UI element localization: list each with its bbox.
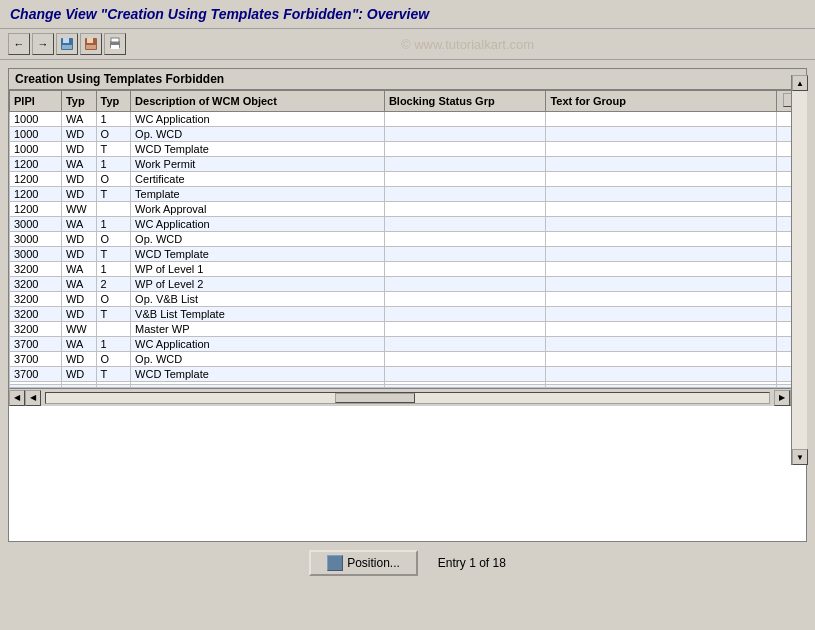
table-scroll-area[interactable]: PlPl Typ Typ Description of WCM Object B…: [9, 90, 806, 388]
toolbar: ← → © www.tutorialkart.com: [0, 29, 815, 60]
col-header-typ1: Typ: [61, 91, 96, 112]
table-row[interactable]: 1200WWWork Approval: [10, 202, 806, 217]
table-row[interactable]: 1000WDTWCD Template: [10, 142, 806, 157]
table-row[interactable]: 1200WDOCertificate: [10, 172, 806, 187]
table-row[interactable]: 1000WDOOp. WCD: [10, 127, 806, 142]
svg-rect-5: [86, 45, 96, 49]
back-button[interactable]: ←: [8, 33, 30, 55]
table-row[interactable]: 3200WA1WP of Level 1: [10, 262, 806, 277]
vertical-scrollbar[interactable]: ▲ ▼: [791, 75, 807, 465]
scroll-down-arrow[interactable]: ▼: [792, 449, 807, 465]
position-button[interactable]: Position...: [309, 550, 418, 576]
scroll-right-small-left[interactable]: ◀: [25, 390, 41, 406]
print-button[interactable]: [104, 33, 126, 55]
svg-rect-2: [62, 45, 72, 49]
svg-rect-4: [87, 38, 93, 43]
table-row[interactable]: 3200WDTV&B List Template: [10, 307, 806, 322]
svg-rect-1: [63, 38, 69, 43]
panel-title: Creation Using Templates Forbidden: [9, 69, 806, 90]
h-scroll-thumb[interactable]: [335, 393, 415, 403]
col-header-desc: Description of WCM Object: [131, 91, 385, 112]
scroll-right-small-right[interactable]: ▶: [774, 390, 790, 406]
table-row[interactable]: 3700WDOOp. WCD: [10, 352, 806, 367]
position-label: Position...: [347, 556, 400, 570]
scroll-left-arrow[interactable]: ◀: [9, 390, 25, 406]
col-header-block: Blocking Status Grp: [384, 91, 546, 112]
table-row[interactable]: 3200WDOOp. V&B List: [10, 292, 806, 307]
position-icon: [327, 555, 343, 571]
title-text: Change View "Creation Using Templates Fo…: [10, 6, 429, 22]
col-header-plpl: PlPl: [10, 91, 62, 112]
main-content: Creation Using Templates Forbidden PlPl …: [0, 60, 815, 600]
bottom-bar: Position... Entry 1 of 18: [8, 550, 807, 576]
entry-info: Entry 1 of 18: [438, 556, 506, 570]
watermark: © www.tutorialkart.com: [128, 37, 807, 52]
table-row[interactable]: 3700WA1WC Application: [10, 337, 806, 352]
table-row[interactable]: 3200WWMaster WP: [10, 322, 806, 337]
col-header-text: Text for Group: [546, 91, 777, 112]
table-row[interactable]: 3000WA1WC Application: [10, 217, 806, 232]
panel: Creation Using Templates Forbidden PlPl …: [8, 68, 807, 542]
horizontal-scrollbar[interactable]: ◀ ◀ ▶ ▶: [9, 388, 806, 406]
table-row[interactable]: 3000WDTWCD Template: [10, 247, 806, 262]
table-row[interactable]: 1200WA1Work Permit: [10, 157, 806, 172]
svg-rect-7: [111, 38, 119, 42]
v-scroll-track[interactable]: [792, 91, 807, 449]
scroll-up-arrow[interactable]: ▲: [792, 75, 807, 91]
svg-rect-8: [111, 45, 119, 49]
localsave-button[interactable]: [80, 33, 102, 55]
table-row[interactable]: [10, 385, 806, 388]
table-row[interactable]: 1200WDTTemplate: [10, 187, 806, 202]
table-row[interactable]: 1000WA1WC Application: [10, 112, 806, 127]
forward-button[interactable]: →: [32, 33, 54, 55]
col-header-typ2: Typ: [96, 91, 131, 112]
data-table: PlPl Typ Typ Description of WCM Object B…: [9, 90, 806, 388]
title-bar: Change View "Creation Using Templates Fo…: [0, 0, 815, 29]
save-button[interactable]: [56, 33, 78, 55]
table-row[interactable]: 3200WA2WP of Level 2: [10, 277, 806, 292]
table-row[interactable]: 3000WDOOp. WCD: [10, 232, 806, 247]
h-scroll-track[interactable]: [45, 392, 770, 404]
table-row[interactable]: 3700WDTWCD Template: [10, 367, 806, 382]
